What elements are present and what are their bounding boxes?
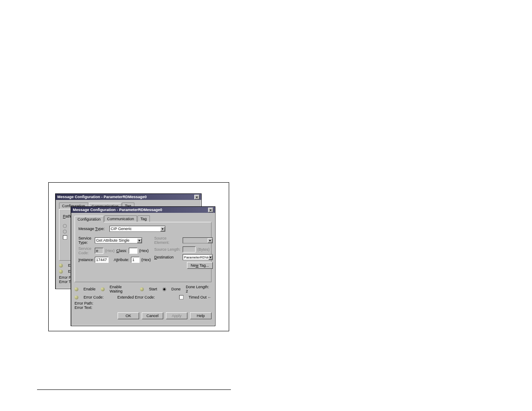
chevron-down-icon[interactable]: ▼ [137,238,142,243]
radio-option-2[interactable] [63,230,67,234]
done-indicator [162,287,166,291]
apply-button: Apply [166,312,187,319]
tab-communication[interactable]: Communication [104,215,137,222]
led-enable [59,264,63,268]
instance-label: Instance: [78,258,93,262]
service-type-label: Service Type: [78,236,93,245]
destination-select[interactable]: ParameterRDValue0 ▼ [183,254,213,260]
message-type-value: CIP Generic [111,227,132,231]
status-enable: Enable [84,287,96,291]
status-timed-out: Timed Out ← [189,295,212,299]
led-error [59,270,63,274]
source-element-label: Source Element: [154,236,181,245]
close-icon[interactable]: × [194,195,199,199]
error-path-label: Error Path: [75,301,212,305]
button-row: OK Cancel Apply Help [75,312,212,319]
titlebar-back: Message Configuration - ParameterRDMessa… [56,194,201,200]
tab-body-front: Message Type: CIP Generic ▼ Service Type… [75,222,212,282]
title-text: Message Configuration - ParameterRDMessa… [57,195,147,199]
tabs-front: Configuration Communication Tag [75,215,212,222]
checkbox-option[interactable] [63,235,67,240]
destination-value: ParameterRDValue0 [184,255,208,259]
led-enable [75,287,78,291]
page-rule [37,389,231,390]
destination-label: Destination [154,255,181,259]
service-type-value: Get Attribute Single [96,238,130,243]
close-icon[interactable]: × [208,208,213,212]
cancel-button[interactable]: Cancel [142,312,163,319]
status-row-2: Error Code: Extended Error Code: Timed O… [75,295,212,299]
new-tag-button[interactable]: New Tag... [187,262,213,269]
attribute-hex: (Hex) [141,258,151,262]
timed-out-checkbox[interactable] [179,295,184,299]
chevron-down-icon[interactable]: ▼ [160,227,165,231]
chevron-down-icon: ▼ [208,238,212,243]
source-length-input [183,246,196,252]
source-length-label: Source Length: [154,247,181,252]
attribute-input[interactable] [131,257,140,263]
titlebar-front: Message Configuration - ParameterRDMessa… [71,207,215,213]
status-enable-waiting: Enable Waiting [110,285,135,293]
service-type-select[interactable]: Get Attribute Single ▼ [95,237,142,243]
error-text-label: Error Text: [75,305,212,310]
led-enable-waiting [101,287,105,291]
class-input[interactable] [129,248,137,254]
dialog-configuration: Message Configuration - ParameterRDMessa… [71,206,215,326]
radio-option-1[interactable] [63,224,67,228]
status-error-code: Error Code: [84,295,104,299]
message-type-label: Message Type: [78,227,108,231]
status-start: Start [149,287,157,291]
service-code-input [95,248,103,254]
service-code-label: Service Code: [78,246,93,255]
done-length: Done Length: 2 [186,285,212,293]
service-code-hex: (Hex) [105,249,115,253]
title-text-front: Message Configuration - ParameterRDMessa… [73,208,162,212]
led-error-code [75,296,78,299]
class-hex: (Hex) [139,249,149,253]
status-extended-error: Extended Error Code: [118,295,155,299]
attribute-label: Attribute: [114,258,129,262]
ok-button[interactable]: OK [118,312,139,319]
tab-configuration[interactable]: Configuration [75,216,104,222]
instance-input[interactable] [95,257,109,263]
tab-tag[interactable]: Tag [137,215,150,222]
led-start [140,287,144,291]
status-row-1: Enable Enable Waiting Start Done Done Le… [75,285,212,293]
chevron-down-icon[interactable]: ▼ [208,255,212,260]
class-label: Class: [116,249,127,253]
source-length-unit: (Bytes) [197,247,210,252]
help-button[interactable]: Help [190,312,212,319]
message-type-select[interactable]: CIP Generic ▼ [109,226,165,232]
source-element-select: ▼ [183,237,213,243]
status-done: Done [171,287,181,291]
